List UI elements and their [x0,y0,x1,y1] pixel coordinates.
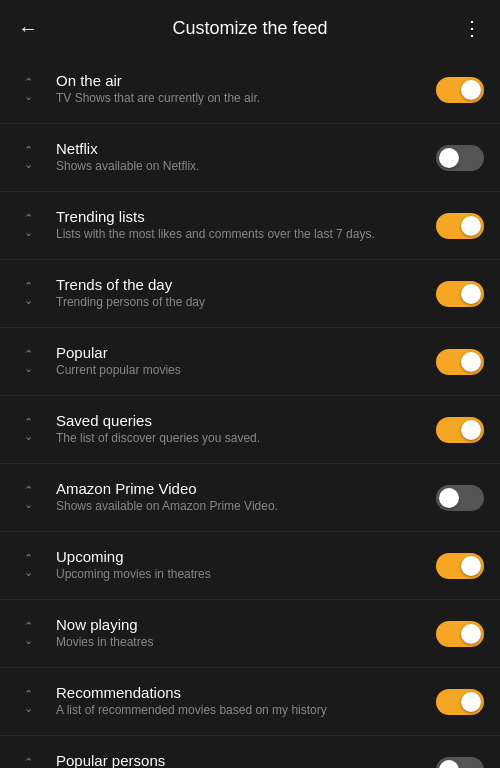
item-text: On the air TV Shows that are currently o… [56,72,436,107]
list-item: ⌃ ⌄ Popular persons The list of current … [0,736,500,768]
app-container: ← Customize the feed ⋮ ⌃ ⌄ On the air TV… [0,0,500,768]
feed-list: ⌃ ⌄ On the air TV Shows that are current… [0,56,500,768]
chevron-down-icon: ⌄ [24,91,33,102]
toggle-saved-queries[interactable] [436,417,484,443]
item-title: Saved queries [56,412,436,429]
chevron-down-icon: ⌄ [24,499,33,510]
toggle-on-the-air[interactable] [436,77,484,103]
chevron-down-icon: ⌄ [24,703,33,714]
chevron-up-icon: ⌃ [24,417,33,428]
list-item: ⌃ ⌄ Trends of the day Trending persons o… [0,260,500,328]
list-item: ⌃ ⌄ Now playing Movies in theatres [0,600,500,668]
toggle-recommendations[interactable] [436,689,484,715]
more-menu-icon[interactable]: ⋮ [460,16,484,40]
drag-handle[interactable]: ⌃ ⌄ [16,349,40,374]
item-text: Recommendations A list of recommended mo… [56,684,436,719]
item-title: Popular [56,344,436,361]
item-subtitle: A list of recommended movies based on my… [56,703,436,719]
list-item: ⌃ ⌄ On the air TV Shows that are current… [0,56,500,124]
chevron-down-icon: ⌄ [24,295,33,306]
drag-handle[interactable]: ⌃ ⌄ [16,485,40,510]
list-item: ⌃ ⌄ Saved queries The list of discover q… [0,396,500,464]
item-subtitle: Shows available on Netflix. [56,159,436,175]
item-text: Upcoming Upcoming movies in theatres [56,548,436,583]
chevron-up-icon: ⌃ [24,281,33,292]
chevron-up-icon: ⌃ [24,485,33,496]
item-subtitle: TV Shows that are currently on the air. [56,91,436,107]
list-item: ⌃ ⌄ Popular Current popular movies [0,328,500,396]
list-item: ⌃ ⌄ Trending lists Lists with the most l… [0,192,500,260]
item-text: Now playing Movies in theatres [56,616,436,651]
chevron-up-icon: ⌃ [24,621,33,632]
item-subtitle: Upcoming movies in theatres [56,567,436,583]
toggle-trends-of-the-day[interactable] [436,281,484,307]
drag-handle[interactable]: ⌃ ⌄ [16,621,40,646]
item-text: Amazon Prime Video Shows available on Am… [56,480,436,515]
item-title: Trending lists [56,208,436,225]
item-text: Trending lists Lists with the most likes… [56,208,436,243]
item-subtitle: Movies in theatres [56,635,436,651]
item-subtitle: Trending persons of the day [56,295,436,311]
chevron-down-icon: ⌄ [24,431,33,442]
chevron-up-icon: ⌃ [24,213,33,224]
item-title: Upcoming [56,548,436,565]
item-subtitle: Current popular movies [56,363,436,379]
chevron-up-icon: ⌃ [24,689,33,700]
item-title: Netflix [56,140,436,157]
chevron-up-icon: ⌃ [24,77,33,88]
toggle-now-playing[interactable] [436,621,484,647]
list-item: ⌃ ⌄ Recommendations A list of recommende… [0,668,500,736]
item-text: Popular Current popular movies [56,344,436,379]
item-title: Amazon Prime Video [56,480,436,497]
drag-handle[interactable]: ⌃ ⌄ [16,213,40,238]
list-item: ⌃ ⌄ Amazon Prime Video Shows available o… [0,464,500,532]
toggle-upcoming[interactable] [436,553,484,579]
chevron-down-icon: ⌄ [24,159,33,170]
list-item: ⌃ ⌄ Netflix Shows available on Netflix. [0,124,500,192]
back-icon[interactable]: ← [16,16,40,40]
drag-handle[interactable]: ⌃ ⌄ [16,281,40,306]
drag-handle[interactable]: ⌃ ⌄ [16,689,40,714]
item-title: Now playing [56,616,436,633]
item-title: On the air [56,72,436,89]
item-title: Recommendations [56,684,436,701]
item-title: Popular persons [56,752,436,768]
chevron-down-icon: ⌄ [24,227,33,238]
drag-handle[interactable]: ⌃ ⌄ [16,145,40,170]
item-subtitle: Lists with the most likes and comments o… [56,227,436,243]
toggle-popular[interactable] [436,349,484,375]
chevron-up-icon: ⌃ [24,145,33,156]
header: ← Customize the feed ⋮ [0,0,500,56]
chevron-down-icon: ⌄ [24,635,33,646]
item-subtitle: Shows available on Amazon Prime Video. [56,499,436,515]
item-text: Popular persons The list of current popu… [56,752,436,768]
item-subtitle: The list of discover queries you saved. [56,431,436,447]
toggle-popular-persons[interactable] [436,757,484,769]
item-title: Trends of the day [56,276,436,293]
drag-handle[interactable]: ⌃ ⌄ [16,757,40,768]
item-text: Saved queries The list of discover queri… [56,412,436,447]
chevron-down-icon: ⌄ [24,567,33,578]
drag-handle[interactable]: ⌃ ⌄ [16,553,40,578]
item-text: Trends of the day Trending persons of th… [56,276,436,311]
toggle-netflix[interactable] [436,145,484,171]
chevron-up-icon: ⌃ [24,349,33,360]
page-title: Customize the feed [172,18,327,39]
item-text: Netflix Shows available on Netflix. [56,140,436,175]
toggle-trending-lists[interactable] [436,213,484,239]
chevron-up-icon: ⌃ [24,757,33,768]
drag-handle[interactable]: ⌃ ⌄ [16,417,40,442]
chevron-up-icon: ⌃ [24,553,33,564]
chevron-down-icon: ⌄ [24,363,33,374]
toggle-amazon-prime-video[interactable] [436,485,484,511]
list-item: ⌃ ⌄ Upcoming Upcoming movies in theatres [0,532,500,600]
drag-handle[interactable]: ⌃ ⌄ [16,77,40,102]
